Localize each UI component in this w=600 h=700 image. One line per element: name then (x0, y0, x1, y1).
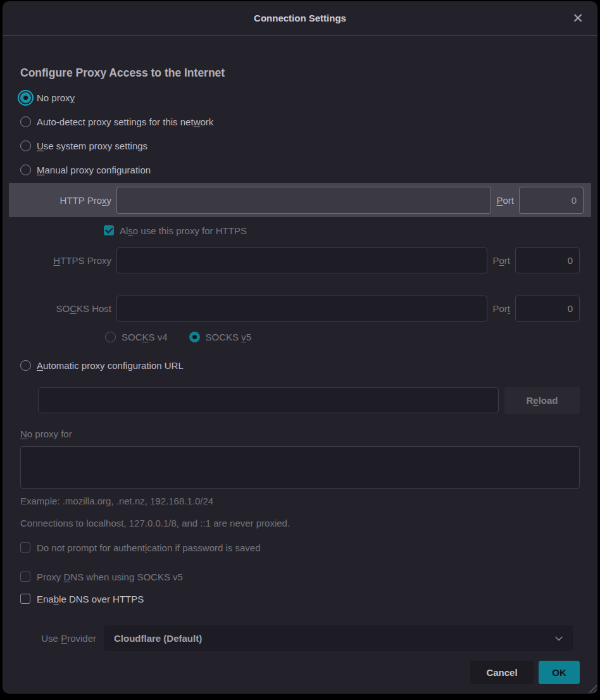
socks-version-row: SOCKS v4 SOCKS v5 (105, 326, 580, 347)
radio-label-socks-v5: SOCKS v5 (206, 332, 252, 342)
radio-row-auto-detect[interactable]: Auto-detect proxy settings for this netw… (20, 109, 580, 134)
https-proxy-input[interactable] (116, 247, 487, 273)
provider-selected-value: Cloudflare (Default) (114, 633, 554, 644)
https-port-label: Port (492, 255, 510, 266)
dialog-title: Connection Settings (254, 13, 346, 23)
no-prompt-auth-row[interactable]: Do not prompt for authentication if pass… (20, 540, 580, 555)
socks-host-input[interactable] (116, 296, 487, 322)
https-proxy-label: HTTPS Proxy (20, 255, 116, 266)
no-prompt-auth-label: Do not prompt for authentication if pass… (37, 542, 261, 553)
radio-button-socks-v5[interactable] (189, 332, 200, 342)
reload-button[interactable]: Reload (504, 387, 580, 414)
provider-dropdown[interactable]: Cloudflare (Default) (104, 625, 573, 651)
dialog-titlebar: Connection Settings ✕ (3, 1, 597, 35)
dialog-content: Configure Proxy Access to the Internet N… (3, 35, 597, 694)
radio-button-no-proxy[interactable] (20, 92, 31, 103)
chevron-down-icon (554, 634, 564, 644)
radio-row-no-proxy[interactable]: No proxy (20, 85, 580, 109)
socks-port-label: Port (492, 303, 510, 314)
doh-provider-row: Use Provider Cloudflare (Default) (20, 625, 580, 651)
proxy-dns-socks5-label: Proxy DNS when using SOCKS v5 (37, 572, 183, 582)
radio-button-auto-detect[interactable] (20, 116, 31, 127)
http-port-input[interactable] (519, 187, 584, 214)
radio-label-no-proxy: No proxy (37, 92, 75, 103)
no-proxy-for-textarea[interactable] (20, 446, 580, 489)
localhost-note-text: Connections to localhost, 127.0.0.1/8, a… (20, 516, 580, 529)
radio-row-manual[interactable]: Manual proxy configuration (20, 158, 580, 182)
http-proxy-row: HTTP Proxy Port (9, 183, 591, 217)
https-proxy-row: HTTPS Proxy Port (20, 247, 580, 273)
also-use-https-checkbox[interactable] (104, 225, 114, 235)
auto-url-row: Reload (38, 387, 580, 414)
page-title: Configure Proxy Access to the Internet (20, 65, 580, 80)
radio-row-use-system[interactable]: Use system proxy settings (20, 134, 580, 158)
http-port-label: Port (496, 195, 514, 206)
dns-over-https-checkbox[interactable] (20, 594, 30, 604)
auto-config-url-input[interactable] (38, 387, 499, 413)
dns-over-https-label: Enable DNS over HTTPS (37, 594, 144, 604)
proxy-dns-socks5-row[interactable]: Proxy DNS when using SOCKS v5 (20, 569, 580, 584)
socks-host-row: SOCKS Host Port (20, 296, 580, 322)
dns-over-https-row[interactable]: Enable DNS over HTTPS (20, 591, 580, 606)
radio-label-use-system: Use system proxy settings (37, 141, 147, 151)
socks-port-input[interactable] (515, 296, 580, 322)
radio-button-manual[interactable] (20, 165, 31, 175)
no-proxy-example-text: Example: .mozilla.org, .net.nz, 192.168.… (20, 494, 580, 507)
also-use-https-row[interactable]: Also use this proxy for HTTPS (104, 219, 580, 242)
ok-button[interactable]: OK (539, 661, 580, 684)
radio-label-manual: Manual proxy configuration (37, 165, 151, 175)
http-proxy-label: HTTP Proxy (9, 195, 116, 206)
http-proxy-input[interactable] (116, 187, 491, 214)
cancel-button[interactable]: Cancel (470, 661, 534, 684)
use-provider-label: Use Provider (20, 633, 104, 644)
radio-label-socks-v4: SOCKS v4 (122, 332, 168, 342)
no-proxy-for-label: No proxy for (20, 427, 580, 441)
connection-settings-dialog: Connection Settings ✕ Configure Proxy Ac… (3, 1, 597, 694)
socks-host-label: SOCKS Host (20, 303, 116, 314)
radio-label-auto-url: Automatic proxy configuration URL (37, 360, 184, 371)
dialog-footer: Cancel OK (20, 661, 580, 684)
radio-button-socks-v4[interactable] (105, 332, 116, 342)
radio-row-auto-url[interactable]: Automatic proxy configuration URL (20, 353, 580, 377)
no-prompt-auth-checkbox[interactable] (20, 542, 30, 553)
close-icon[interactable]: ✕ (568, 9, 587, 28)
proxy-dns-socks5-checkbox[interactable] (20, 572, 30, 582)
radio-button-use-system[interactable] (20, 141, 31, 151)
https-port-input[interactable] (515, 247, 580, 273)
also-use-https-label: Also use this proxy for HTTPS (120, 225, 247, 236)
radio-label-auto-detect: Auto-detect proxy settings for this netw… (37, 116, 213, 127)
radio-button-auto-url[interactable] (20, 360, 31, 371)
